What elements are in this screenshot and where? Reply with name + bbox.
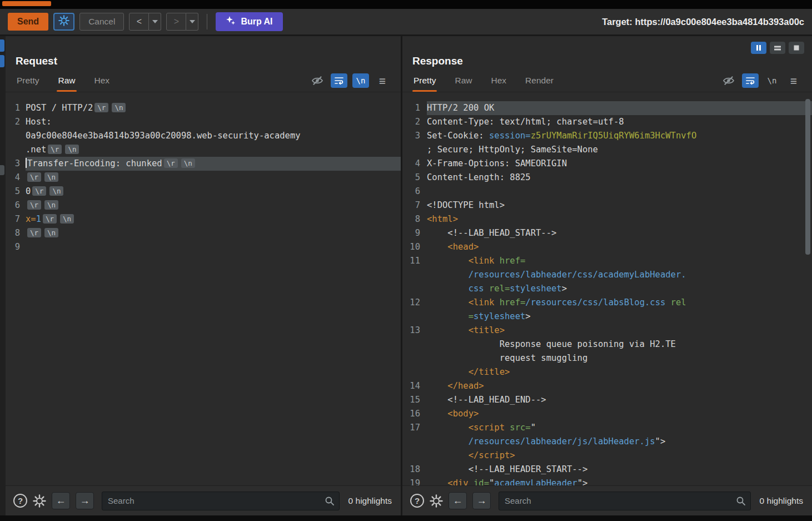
tab-pretty[interactable]: Pretty [16, 70, 40, 92]
code-token: > [525, 311, 530, 321]
line-number: 1 [6, 101, 26, 115]
newline-chars-toggle-icon[interactable]: \n [764, 73, 780, 88]
response-panel-title: Response [412, 55, 463, 67]
code-token: id= [474, 478, 489, 485]
code-token: .net [26, 145, 46, 155]
line-number: 15 [402, 393, 427, 407]
code-token: \r [43, 214, 57, 224]
code-token: z5rUYMamRirIQ5UiqRYW6im3HcWTnvfO [531, 131, 697, 141]
code-line-content: X-Frame-Options: SAMEORIGIN [427, 157, 812, 171]
code-token: \r [48, 145, 62, 154]
code-line-content: Response queue poisoning via H2.TE [427, 338, 812, 351]
next-match-button[interactable]: → [472, 492, 491, 509]
code-token [494, 256, 499, 266]
code-line-content: Host: [26, 115, 401, 129]
code-token: \r [27, 172, 41, 182]
tab-hex[interactable]: Hex [490, 70, 508, 92]
code-line-content: <link href=/resources/css/labsBlog.css r… [427, 296, 812, 310]
send-button[interactable]: Send [8, 13, 48, 31]
code-token: \r [94, 103, 108, 112]
tab-raw[interactable]: Raw [454, 70, 473, 92]
help-button[interactable]: ? [410, 494, 424, 508]
line-number [6, 143, 26, 157]
hide-nonprintables-icon[interactable] [720, 73, 737, 88]
code-token: rel= [489, 284, 510, 294]
code-row: 5Content-Length: 8825 [402, 171, 812, 185]
line-number: 18 [402, 463, 427, 477]
request-settings-button[interactable] [53, 13, 74, 31]
line-number: 12 [402, 296, 427, 310]
line-number [402, 338, 427, 351]
history-forward-button[interactable]: > [166, 13, 186, 31]
search-settings-button[interactable] [430, 494, 443, 508]
code-token [427, 450, 469, 460]
code-token: x= [26, 214, 36, 224]
code-row: 1HTTP/2 200 OK [402, 101, 812, 115]
layout-single-button[interactable] [789, 42, 804, 54]
code-token: \n [65, 145, 79, 154]
window-bottom-edge [0, 515, 812, 521]
arrow-left-icon: ← [56, 495, 66, 507]
scrollbar-thumb[interactable] [805, 99, 810, 255]
history-back-button[interactable]: < [129, 13, 149, 31]
code-row: 8\r\n [6, 226, 401, 240]
code-row: 8<html> [402, 212, 812, 226]
code-token: \r [164, 158, 178, 168]
dropdown-caret-icon [190, 20, 195, 23]
code-token: \n [44, 228, 58, 237]
code-line-content [26, 240, 401, 254]
occluded-panel-icon [0, 165, 4, 175]
request-search [102, 492, 340, 510]
history-forward-dropdown[interactable] [186, 13, 198, 31]
occluded-left-edge [0, 36, 6, 515]
tab-render[interactable]: Render [524, 70, 555, 92]
code-token [427, 325, 469, 335]
code-token: academyLabHeader [494, 478, 577, 485]
search-input[interactable] [499, 492, 751, 510]
hide-nonprintables-icon[interactable] [309, 73, 326, 88]
code-line-content: css rel=stylesheet> [427, 282, 812, 296]
response-tabs: PrettyRawHexRender [412, 70, 571, 92]
gear-icon [58, 15, 69, 28]
soft-wrap-icon[interactable] [331, 73, 347, 88]
code-token: \n [44, 200, 58, 210]
code-row: 6\r\n [6, 199, 401, 212]
tab-raw[interactable]: Raw [57, 70, 76, 92]
prev-match-button[interactable]: ← [52, 492, 70, 509]
code-token: src= [510, 423, 530, 433]
code-token: 0 [26, 186, 31, 196]
editor-menu-icon[interactable]: ≡ [785, 73, 802, 88]
code-line-content: <html> [427, 212, 812, 226]
prev-match-button[interactable]: ← [449, 492, 467, 509]
code-token: </script> [469, 450, 515, 460]
soft-wrap-icon[interactable] [742, 73, 759, 88]
help-button[interactable]: ? [13, 494, 27, 508]
request-editor[interactable]: 1POST / HTTP/2\r\n2Host:0a9c00e804ee3ba4… [6, 92, 401, 485]
question-mark-icon: ? [18, 496, 23, 505]
layout-columns-button[interactable] [751, 42, 766, 54]
code-token: \r [32, 186, 46, 196]
search-input[interactable] [102, 492, 340, 510]
code-token: </head> [447, 381, 484, 391]
code-row: 13 <title> [402, 324, 812, 338]
editor-menu-icon[interactable]: ≡ [374, 73, 391, 88]
code-token: \n [44, 172, 58, 182]
code-token: 0a9c00e804ee3ba4814b393a00c20098.web-sec… [26, 131, 301, 141]
response-scrollbar[interactable] [805, 98, 810, 480]
layout-stacked-button[interactable] [770, 42, 785, 54]
tab-pretty[interactable]: Pretty [412, 70, 437, 92]
response-editor[interactable]: 1HTTP/2 200 OK2Content-Type: text/html; … [402, 92, 812, 485]
next-match-button[interactable]: → [76, 492, 94, 509]
tab-hex[interactable]: Hex [93, 70, 111, 92]
cancel-button[interactable]: Cancel [79, 13, 124, 31]
code-line-content [427, 185, 812, 199]
newline-chars-toggle-icon[interactable]: \n [352, 73, 369, 88]
burp-ai-button[interactable]: Burp AI [216, 12, 282, 31]
code-row: 7x=1\r\n [6, 212, 401, 226]
code-token: \n [181, 158, 195, 168]
code-row: 3Set-Cookie: session=z5rUYMamRirIQ5UiqRY… [402, 129, 812, 143]
line-number: 10 [402, 240, 427, 254]
history-back-dropdown[interactable] [149, 13, 161, 31]
search-settings-button[interactable] [33, 494, 46, 508]
line-number [402, 351, 427, 365]
